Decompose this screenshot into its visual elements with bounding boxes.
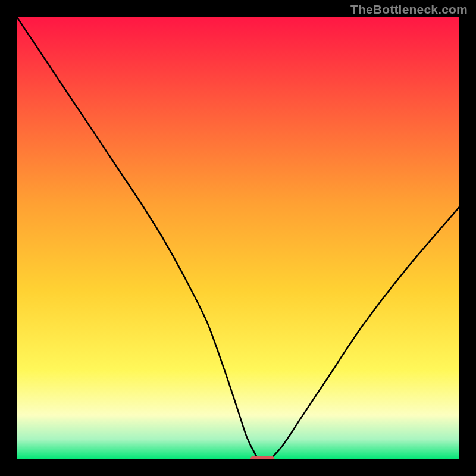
- gradient-background: [17, 17, 459, 459]
- watermark-text: TheBottleneck.com: [350, 2, 468, 17]
- optimum-marker: [250, 456, 274, 459]
- bottleneck-chart: [17, 17, 459, 459]
- plot-area: [17, 17, 459, 459]
- chart-container: TheBottleneck.com: [0, 0, 476, 476]
